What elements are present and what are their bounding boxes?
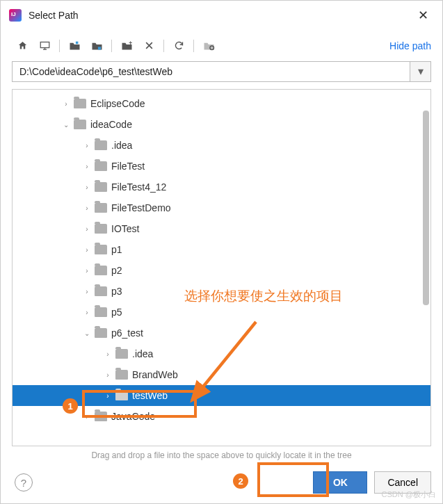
expand-arrow-icon[interactable]: › [82, 184, 92, 191]
hint-text: Drag and drop a file into the space abov… [1, 446, 442, 466]
expand-arrow-icon[interactable]: › [82, 163, 92, 170]
tree-item-label: p2 [111, 265, 122, 276]
folder-icon [95, 224, 107, 234]
expand-arrow-icon[interactable]: ⌄ [61, 121, 71, 129]
tree-item-label: p5 [111, 307, 122, 318]
tree-item-label: FileTest [111, 161, 145, 172]
tree-item-label: JavaCode [111, 411, 155, 422]
expand-arrow-icon[interactable]: › [82, 288, 92, 295]
folder-icon [95, 307, 107, 317]
tree-row[interactable]: ›JavaCode [13, 406, 430, 427]
tree-row[interactable]: ›p3 [13, 281, 430, 302]
scrollbar-thumb[interactable] [423, 111, 429, 305]
tree-row[interactable]: ›FileTestDemo [13, 197, 430, 218]
home-icon[interactable] [12, 37, 33, 54]
folder-icon [95, 161, 107, 171]
path-dropdown[interactable]: ▾ [410, 61, 431, 82]
tree-item-label: .idea [132, 348, 153, 359]
svg-rect-0 [40, 42, 49, 48]
folder-icon [74, 99, 86, 108]
tree-item-label: p6_test [111, 327, 143, 339]
folder-icon [115, 391, 128, 400]
tree-item-label: FileTest4_12 [111, 181, 166, 193]
tree-row[interactable]: ⌄p6_test [13, 323, 430, 343]
tree-row[interactable]: ›p2 [13, 260, 430, 281]
expand-arrow-icon[interactable]: ⌄ [82, 330, 92, 337]
tree-item-label: .idea [111, 140, 132, 151]
refresh-icon[interactable] [168, 37, 189, 54]
tree-panel[interactable]: ›EclipseCode⌄ideaCode›.idea›FileTest›Fil… [12, 89, 431, 446]
folder-icon [95, 266, 107, 275]
expand-arrow-icon[interactable]: › [82, 267, 92, 275]
tree-row[interactable]: ›.idea [13, 135, 430, 156]
tree-row[interactable]: ›.idea [13, 343, 430, 364]
svg-text:+: + [129, 41, 132, 47]
ok-button[interactable]: OK [313, 471, 367, 494]
tree-item-label: IOTest [111, 223, 139, 234]
folder-icon [95, 286, 107, 296]
svg-rect-2 [97, 47, 100, 49]
tree-item-label: FileTestDemo [111, 202, 171, 213]
expand-arrow-icon[interactable]: › [103, 371, 113, 379]
folder-icon [115, 349, 128, 359]
folder-icon [95, 140, 107, 150]
tree-item-label: p3 [111, 286, 122, 297]
tree-item-label: ideaCode [90, 119, 132, 130]
tree-row[interactable]: ›BrandWeb [13, 364, 430, 385]
tree-item-label: p1 [111, 244, 122, 255]
folder-icon [95, 328, 107, 338]
tree-row[interactable]: ›FileTest4_12 [13, 177, 430, 197]
watermark: CSDN @极小白 [382, 489, 436, 500]
expand-arrow-icon[interactable]: › [82, 204, 92, 212]
folder-icon [95, 245, 107, 254]
tree-row[interactable]: ›IOTest [13, 218, 430, 239]
desktop-icon[interactable] [34, 37, 55, 54]
expand-arrow-icon[interactable]: › [61, 100, 71, 108]
expand-arrow-icon[interactable]: › [82, 309, 92, 316]
toolbar: + Hide path [1, 30, 442, 58]
tree-item-label: testWeb [132, 390, 168, 401]
expand-arrow-icon[interactable]: › [103, 350, 113, 358]
tree-row[interactable]: ›FileTest [13, 156, 430, 177]
folder-icon [115, 370, 128, 380]
new-folder-icon[interactable] [64, 37, 85, 54]
tree-row[interactable]: ›p5 [13, 302, 430, 323]
app-icon [9, 9, 22, 22]
hide-path-link[interactable]: Hide path [389, 40, 431, 51]
svg-rect-1 [75, 41, 78, 44]
expand-arrow-icon[interactable]: › [103, 392, 113, 400]
show-hidden-icon[interactable] [198, 37, 219, 54]
tree-item-label: EclipseCode [90, 98, 145, 109]
expand-arrow-icon[interactable]: › [82, 413, 92, 421]
close-button[interactable]: ✕ [412, 6, 434, 24]
expand-arrow-icon[interactable]: › [82, 225, 92, 233]
folder-icon [95, 412, 107, 421]
expand-arrow-icon[interactable]: › [82, 246, 92, 254]
new-folder-plus-icon[interactable]: + [116, 37, 137, 54]
tree-row[interactable]: ›p1 [13, 239, 430, 260]
folder-icon [74, 120, 86, 129]
new-module-icon[interactable] [86, 37, 107, 54]
expand-arrow-icon[interactable]: › [82, 142, 92, 149]
tree-row[interactable]: ⌄ideaCode [13, 114, 430, 135]
folder-icon [95, 203, 107, 213]
dialog-title: Select Path [29, 10, 412, 21]
tree-item-label: BrandWeb [132, 369, 178, 380]
help-button[interactable]: ? [15, 473, 33, 491]
tree-row[interactable]: ›EclipseCode [13, 93, 430, 114]
delete-icon[interactable] [138, 37, 159, 54]
path-input[interactable] [12, 61, 410, 82]
folder-icon [95, 182, 107, 192]
tree-row[interactable]: ›testWeb [13, 385, 430, 406]
